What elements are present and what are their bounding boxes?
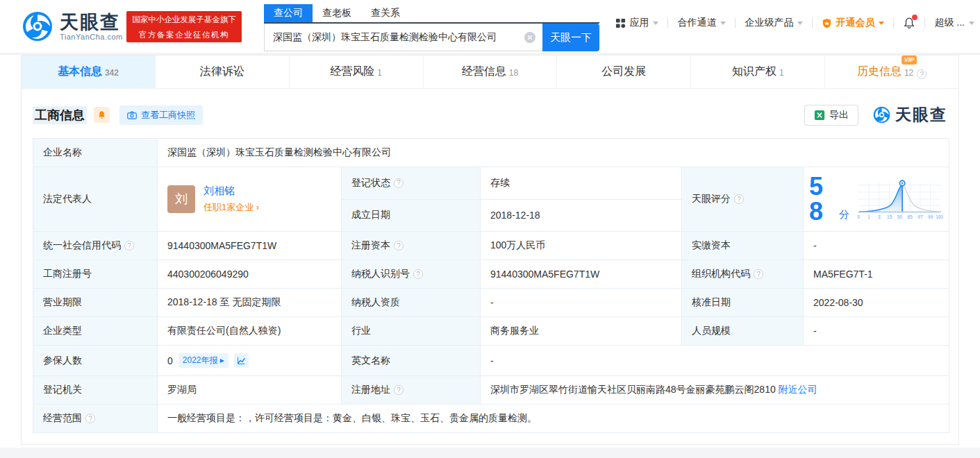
business-info-table: 企业名称 深国监（深圳）珠宝玉石质量检测检验中心有限公司 法定代表人 刘 刘相铭…: [33, 138, 949, 433]
view-snapshot-button[interactable]: 查看工商快照: [119, 105, 203, 125]
svg-text:15: 15: [887, 214, 892, 219]
menu-enterprise-products[interactable]: 企业级产品: [745, 17, 803, 29]
table-row: 经营范围 ? 一般经营项目是：，许可经营项目是：黄金、白银、珠宝、玉石、贵金属的…: [33, 405, 949, 433]
reg-capital-label-cell: 注册资本 ?: [342, 232, 481, 260]
menu-vip-label: 开通会员: [836, 17, 874, 29]
help-icon[interactable]: ?: [124, 241, 134, 251]
menu-apps-label: 应用: [629, 17, 649, 29]
tab-count: 12: [904, 68, 913, 79]
svg-text:100: 100: [936, 214, 943, 219]
table-row: 参保人数 0 2022年报 ▸ 英文名称 -: [33, 346, 949, 376]
tab-intellectual-property[interactable]: 知识产权 1: [691, 56, 825, 88]
menu-partner-label: 合作通道: [677, 17, 716, 29]
search-tab-company[interactable]: 查公司: [264, 4, 313, 22]
menu-divider: [893, 18, 894, 28]
establish-date-label-cell: 成立日期: [342, 199, 481, 232]
legal-rep-avatar[interactable]: 刘: [167, 185, 195, 213]
company-type-value: 有限责任公司(自然人独资): [158, 317, 342, 346]
menu-divider: [735, 18, 736, 28]
annual-report-link[interactable]: 2022年报 ▸: [178, 353, 229, 368]
paid-capital-value: -: [804, 232, 949, 260]
legal-rep-cell: 刘 刘相铭 任职1家企业 ›: [158, 167, 342, 232]
svg-text:3: 3: [878, 214, 881, 219]
address-label-cell: 注册地址 ?: [342, 376, 481, 405]
tab-count: 1: [779, 68, 784, 79]
address-cell: 深圳市罗湖区翠竹街道愉天社区贝丽南路48号金丽豪苑鹏云阁2810 附近公司: [481, 376, 949, 405]
menu-divider: [667, 18, 668, 28]
page-bottom-strip: [0, 448, 980, 458]
tab-history-info[interactable]: VIP 历史信息 12 ?: [825, 56, 958, 88]
insured-count: 0: [167, 355, 173, 366]
vip-badge: VIP: [902, 56, 917, 65]
apps-grid-icon: [615, 18, 626, 28]
tab-company-development[interactable]: 公司发展: [557, 56, 691, 88]
table-row: 企业名称 深国监（深圳）珠宝玉石质量检测检验中心有限公司: [33, 139, 949, 167]
table-row: 企业类型 有限责任公司(自然人独资) 行业 商务服务业 人员规模 -: [33, 317, 949, 346]
help-icon[interactable]: ?: [394, 178, 404, 188]
chevron-down-icon: [720, 22, 726, 25]
search-button[interactable]: 天眼一下: [542, 24, 599, 51]
chevron-down-icon: [969, 22, 974, 25]
tab-label: 法律诉讼: [200, 65, 244, 79]
address-value: 深圳市罗湖区翠竹街道愉天社区贝丽南路48号金丽豪苑鹏云阁2810: [490, 384, 779, 395]
tianyancha-logo[interactable]: 天眼查 TianYanCha.com: [21, 10, 123, 43]
tab-legal-proceedings[interactable]: 法律诉讼: [156, 56, 290, 88]
taxpayer-no-value: 91440300MA5FEG7T1W: [481, 260, 682, 289]
reg-no-value: 440300206049290: [158, 260, 342, 289]
legal-rep-name-link[interactable]: 刘相铭: [204, 185, 259, 198]
help-icon[interactable]: ?: [413, 269, 423, 279]
tab-count: 342: [105, 68, 119, 79]
menu-enterprise-label: 企业级产品: [745, 17, 793, 29]
tab-label: 公司发展: [601, 65, 646, 79]
export-button[interactable]: 导出: [804, 105, 858, 126]
score-value: 58: [809, 174, 835, 224]
registry-value: 罗湖局: [158, 376, 342, 405]
logo-domain: TianYanCha.com: [60, 33, 123, 41]
tab-label: 知识产权: [732, 65, 776, 79]
menu-super-label: 超级 ...: [934, 17, 965, 29]
term-value: 2018-12-18 至 无固定期限: [158, 289, 342, 317]
menu-apps[interactable]: 应用: [615, 17, 658, 29]
help-icon[interactable]: ?: [917, 69, 927, 79]
staff-size-label-cell: 人员规模: [682, 317, 804, 346]
header-menu: 应用 合作通道 企业级产品 开通会员: [615, 17, 974, 29]
score-unit: 分: [839, 208, 849, 221]
help-icon[interactable]: ?: [734, 194, 744, 204]
scope-label-cell: 经营范围 ?: [33, 405, 158, 433]
subscribe-bell-icon[interactable]: [94, 107, 110, 123]
table-row: 工商注册号 440300206049290 纳税人识别号 ? 91440300M…: [33, 260, 949, 289]
menu-super-account[interactable]: 超级 ...: [934, 17, 974, 29]
tab-count: 1: [377, 68, 382, 79]
help-icon[interactable]: ?: [85, 414, 95, 423]
tab-label: 基本信息: [58, 65, 102, 79]
chevron-down-icon: [879, 22, 884, 25]
menu-open-vip[interactable]: 开通会员: [822, 17, 884, 29]
reg-no-label-cell: 工商注册号: [33, 260, 158, 289]
help-icon[interactable]: ?: [394, 241, 404, 251]
legal-rep-companies-link[interactable]: 任职1家企业 ›: [204, 201, 259, 214]
business-info-header: 工商信息 查看工商快照 导出: [22, 89, 958, 135]
export-button-label: 导出: [829, 109, 849, 121]
chevron-down-icon: [797, 22, 803, 25]
tab-basic-info[interactable]: 基本信息 342: [22, 56, 156, 88]
svg-text:50: 50: [897, 214, 903, 219]
clear-search-icon[interactable]: [524, 32, 535, 43]
search-input[interactable]: [264, 24, 542, 51]
company-detail-card: 基本信息 342 法律诉讼 经营风险 1 经营信息 18 公司发展 知识产权 1: [21, 55, 959, 445]
tianyancha-watermark-icon: [872, 105, 891, 124]
score-distribution-chart[interactable]: 0 1 3 15 50 85 97 99 100: [854, 176, 943, 223]
taxpayer-quality-value: -: [481, 289, 682, 317]
help-icon[interactable]: ?: [754, 269, 763, 279]
tab-business-info[interactable]: 经营信息 18: [424, 56, 558, 88]
search-tab-relation[interactable]: 查关系: [361, 4, 410, 22]
menu-partner-channel[interactable]: 合作通道: [677, 17, 726, 29]
nearby-companies-link[interactable]: 附近公司: [779, 384, 817, 395]
menu-divider: [924, 18, 925, 28]
trend-chart-icon[interactable]: [234, 353, 249, 368]
search-tab-boss[interactable]: 查老板: [313, 4, 361, 22]
search-tabs: 查公司 查老板 查关系: [264, 4, 599, 24]
help-icon[interactable]: ?: [394, 385, 404, 395]
english-name-value: -: [481, 346, 949, 376]
notification-bell-icon[interactable]: [903, 17, 915, 29]
tab-operational-risk[interactable]: 经营风险 1: [290, 56, 424, 88]
